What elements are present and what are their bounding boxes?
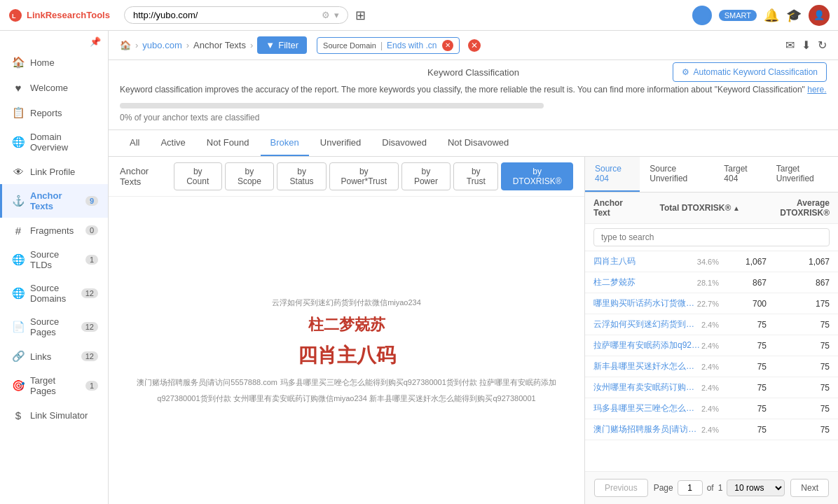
filter-tag-close[interactable]: ✕	[442, 40, 453, 51]
row-anchor-1[interactable]: 柱二梦兢苏	[593, 276, 697, 288]
sidebar-item-link-profile[interactable]: 👁 Link Profile	[0, 159, 108, 184]
sidebar-item-fragments[interactable]: # Fragments 0	[0, 218, 108, 243]
sort-by-power[interactable]: by Power	[401, 162, 451, 190]
tab-active[interactable]: Active	[151, 130, 195, 156]
prev-button[interactable]: Previous	[594, 479, 648, 497]
row-total-3: 75	[724, 320, 767, 330]
row-anchor-3[interactable]: 云浮如何买到迷幻药货到付款微信miyao234	[593, 318, 701, 330]
table-row: 云浮如何买到迷幻药货到付款微信miyao234 2.4% 75 75	[585, 314, 838, 335]
tab-unverified[interactable]: Unverified	[310, 130, 371, 156]
preview-content: 云浮如何买到迷幻药货到付款微信miyao234 柱二梦兢苏 四肖主八码 澳门赌场…	[123, 294, 570, 406]
sort-by-scope[interactable]: by Scope	[225, 162, 275, 190]
right-tab-source-unverified[interactable]: Source Unverified	[640, 157, 714, 192]
chevron-down-icon[interactable]: ▾	[334, 10, 339, 20]
sidebar-item-home[interactable]: 🏠 Home	[0, 50, 108, 75]
tab-broken[interactable]: Broken	[261, 130, 309, 156]
fragments-badge: 0	[85, 225, 98, 235]
table-rows: 四肖主八码 34.6% 1,067 1,067 柱二梦兢苏 28.1% 867 …	[585, 251, 838, 471]
fragments-icon: #	[12, 224, 25, 237]
sort-by-power-trust[interactable]: by Power*Trust	[329, 162, 399, 190]
row-anchor-0[interactable]: 四肖主八码	[593, 255, 697, 267]
right-panel: Source 404 Source Unverified Target 404 …	[585, 157, 838, 504]
sidebar-item-anchor-texts[interactable]: ⚓ Anchor Texts 9	[0, 184, 108, 218]
row-anchor-8[interactable]: 澳门赌场招聘服务员|请访问5557888.com	[593, 424, 701, 435]
col-header-avg[interactable]: Average DTOXRISK®	[746, 198, 830, 218]
preview-area: 云浮如何买到迷幻药货到付款微信miyao234 柱二梦兢苏 四肖主八码 澳门赌场…	[109, 197, 584, 504]
tab-not-disavowed[interactable]: Not Disavowed	[438, 130, 518, 156]
kw-link[interactable]: here.	[807, 85, 826, 94]
row-anchor-2[interactable]: 哪里购买听话药水订货微信miyao234	[593, 298, 697, 309]
sidebar-item-links[interactable]: 🔗 Links 12	[0, 344, 108, 369]
breadcrumb-sep3: ›	[250, 40, 253, 50]
row-total-8: 75	[724, 425, 767, 435]
anchor-texts-badge: 9	[85, 196, 98, 206]
filter-button[interactable]: ▼ Filter	[257, 36, 307, 54]
rows-select[interactable]: 10 rows 25 rows 50 rows 100 rows	[727, 479, 785, 496]
row-total-7: 75	[724, 404, 767, 414]
svg-text:L: L	[12, 13, 16, 20]
url-input[interactable]	[133, 10, 317, 20]
col-header-total[interactable]: Total DTOXRISK®	[642, 203, 740, 213]
row-anchor-5[interactable]: 新丰县哪里买迷奸水怎么能得到购买q9273800…	[593, 360, 701, 372]
right-tabs: Source 404 Source Unverified Target 404 …	[585, 157, 838, 192]
filter-remove-all[interactable]: ✕	[468, 39, 481, 52]
row-avg-1: 867	[767, 278, 830, 288]
progress-text: 0% of your anchor texts are classified	[120, 113, 827, 122]
row-total-6: 75	[724, 383, 767, 393]
page-input[interactable]	[678, 480, 703, 496]
sidebar-label-domain-overview: Domain Overview	[30, 132, 98, 153]
sidebar-item-target-pages[interactable]: 🎯 Target Pages 1	[0, 369, 108, 402]
help-icon[interactable]: 🎓	[786, 8, 802, 23]
gear-icon[interactable]: ⚙	[322, 10, 330, 20]
sort-by-status[interactable]: by Status	[277, 162, 327, 190]
email-icon[interactable]: ✉	[785, 38, 795, 52]
sidebar-item-welcome[interactable]: ♥ Welcome	[0, 75, 108, 100]
tab-all[interactable]: All	[120, 130, 149, 156]
sidebar-item-source-domains[interactable]: 🌐 Source Domains 12	[0, 276, 108, 310]
sidebar-item-domain-overview[interactable]: 🌐 Domain Overview	[0, 125, 108, 159]
breadcrumb-site[interactable]: yubo.com	[142, 40, 181, 50]
sort-by-count[interactable]: by Count	[174, 162, 222, 190]
row-avg-4: 75	[767, 341, 830, 351]
row-pct-8: 2.4%	[701, 426, 719, 434]
right-tab-target-404[interactable]: Target 404	[714, 157, 766, 192]
bell-icon[interactable]: 🔔	[764, 8, 779, 23]
download-icon[interactable]: ⬇	[802, 38, 811, 52]
pin-icon[interactable]: 📌	[0, 31, 108, 50]
tab-not-found[interactable]: Not Found	[197, 130, 259, 156]
avatar[interactable]: 👤	[809, 5, 830, 26]
right-tab-target-unverified[interactable]: Target Unverified	[767, 157, 838, 192]
auto-classify-button[interactable]: ⚙ Automatic Keyword Classification	[673, 62, 827, 82]
grid-icon[interactable]: ⊞	[355, 8, 366, 23]
row-avg-3: 75	[767, 320, 830, 330]
auto-icon: ⚙	[682, 67, 689, 77]
row-avg-8: 75	[767, 425, 830, 435]
sidebar-item-reports[interactable]: 📋 Reports	[0, 100, 108, 125]
refresh-icon[interactable]: ↻	[818, 38, 827, 52]
row-avg-5: 75	[767, 362, 830, 372]
sort-by-trust[interactable]: by Trust	[453, 162, 498, 190]
sidebar-item-link-simulator[interactable]: $ Link Simulator	[0, 402, 108, 428]
row-anchor-4[interactable]: 拉萨哪里有安眠药添加q927380001货到付款	[593, 340, 701, 351]
sidebar-item-source-pages[interactable]: 📄 Source Pages 12	[0, 310, 108, 344]
row-total-0: 1,067	[724, 257, 767, 267]
row-total-1: 867	[724, 278, 767, 288]
source-pages-icon: 📄	[12, 321, 25, 333]
search-input[interactable]	[593, 228, 830, 246]
home-breadcrumb-icon[interactable]: 🏠	[120, 40, 131, 50]
row-avg-0: 1,067	[767, 257, 830, 267]
smart-badge[interactable]: SMART	[719, 10, 757, 21]
tab-disavowed[interactable]: Disavowed	[372, 130, 437, 156]
sort-by-dtoxrisk[interactable]: by DTOXRISK®	[501, 162, 573, 190]
right-tab-source-404[interactable]: Source 404	[585, 157, 640, 192]
pagination: Previous Page of 1 10 rows 25 rows 50 ro…	[585, 471, 838, 504]
page-label: Page	[654, 483, 673, 493]
sidebar-item-source-tlds[interactable]: 🌐 Source TLDs 1	[0, 243, 108, 276]
table-row: 新丰县哪里买迷奸水怎么能得到购买q9273800… 2.4% 75 75	[585, 356, 838, 377]
row-anchor-6[interactable]: 汝州哪里有卖安眠药订购微信miyao234	[593, 382, 701, 393]
row-pct-2: 22.7%	[697, 300, 719, 308]
table-row: 四肖主八码 34.6% 1,067 1,067	[585, 251, 838, 272]
sort-section-label: Anchor Texts	[120, 166, 167, 187]
row-anchor-7[interactable]: 玛多县哪里买三唑仑怎么能得到购买q9273800…	[593, 402, 701, 414]
next-button[interactable]: Next	[790, 479, 829, 497]
